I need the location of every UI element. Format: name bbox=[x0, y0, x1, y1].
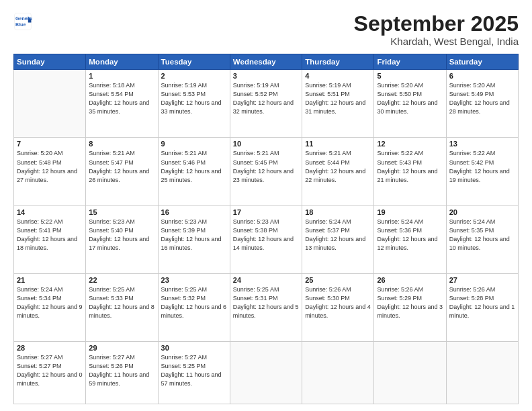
day-number: 8 bbox=[89, 140, 154, 148]
day-number: 10 bbox=[233, 140, 299, 148]
calendar-cell: 9Sunrise: 5:21 AM Sunset: 5:46 PM Daylig… bbox=[158, 138, 230, 205]
day-number: 9 bbox=[161, 140, 227, 148]
day-info: Sunrise: 5:26 AM Sunset: 5:29 PM Dayligh… bbox=[377, 285, 443, 320]
calendar-cell: 1Sunrise: 5:18 AM Sunset: 5:54 PM Daylig… bbox=[86, 70, 158, 138]
day-info: Sunrise: 5:25 AM Sunset: 5:31 PM Dayligh… bbox=[233, 285, 299, 320]
logo: General Blue bbox=[13, 12, 32, 31]
calendar-cell: 22Sunrise: 5:25 AM Sunset: 5:33 PM Dayli… bbox=[86, 274, 158, 342]
day-info: Sunrise: 5:24 AM Sunset: 5:36 PM Dayligh… bbox=[377, 218, 443, 253]
day-info: Sunrise: 5:19 AM Sunset: 5:52 PM Dayligh… bbox=[233, 81, 299, 116]
calendar-cell: 3Sunrise: 5:19 AM Sunset: 5:52 PM Daylig… bbox=[230, 70, 302, 138]
week-row-1: 1Sunrise: 5:18 AM Sunset: 5:54 PM Daylig… bbox=[14, 70, 519, 138]
header-thursday: Thursday bbox=[302, 54, 374, 70]
week-row-5: 28Sunrise: 5:27 AM Sunset: 5:27 PM Dayli… bbox=[14, 342, 519, 404]
svg-text:Blue: Blue bbox=[15, 22, 26, 27]
calendar-cell: 24Sunrise: 5:25 AM Sunset: 5:31 PM Dayli… bbox=[230, 274, 302, 342]
calendar-cell: 7Sunrise: 5:20 AM Sunset: 5:48 PM Daylig… bbox=[14, 138, 86, 205]
calendar-cell: 8Sunrise: 5:21 AM Sunset: 5:47 PM Daylig… bbox=[86, 138, 158, 205]
header-monday: Monday bbox=[86, 54, 158, 70]
day-info: Sunrise: 5:24 AM Sunset: 5:37 PM Dayligh… bbox=[305, 218, 371, 253]
calendar-cell: 25Sunrise: 5:26 AM Sunset: 5:30 PM Dayli… bbox=[302, 274, 374, 342]
header-tuesday: Tuesday bbox=[158, 54, 230, 70]
location: Khardah, West Bengal, India bbox=[354, 36, 519, 47]
calendar-cell: 19Sunrise: 5:24 AM Sunset: 5:36 PM Dayli… bbox=[374, 205, 446, 273]
day-number: 25 bbox=[305, 276, 371, 284]
day-info: Sunrise: 5:20 AM Sunset: 5:50 PM Dayligh… bbox=[377, 81, 443, 116]
day-number: 4 bbox=[305, 72, 371, 80]
day-info: Sunrise: 5:27 AM Sunset: 5:26 PM Dayligh… bbox=[89, 353, 154, 388]
calendar-cell: 15Sunrise: 5:23 AM Sunset: 5:40 PM Dayli… bbox=[86, 205, 158, 273]
day-number: 22 bbox=[89, 276, 154, 284]
calendar-cell: 18Sunrise: 5:24 AM Sunset: 5:37 PM Dayli… bbox=[302, 205, 374, 273]
day-number: 13 bbox=[449, 140, 515, 148]
day-number: 18 bbox=[305, 208, 371, 216]
calendar-cell bbox=[446, 342, 518, 404]
day-number: 12 bbox=[377, 140, 443, 148]
calendar-cell: 17Sunrise: 5:23 AM Sunset: 5:38 PM Dayli… bbox=[230, 205, 302, 273]
calendar-cell: 11Sunrise: 5:21 AM Sunset: 5:44 PM Dayli… bbox=[302, 138, 374, 205]
day-number: 23 bbox=[161, 276, 227, 284]
day-info: Sunrise: 5:21 AM Sunset: 5:44 PM Dayligh… bbox=[305, 149, 371, 184]
day-info: Sunrise: 5:23 AM Sunset: 5:40 PM Dayligh… bbox=[89, 218, 154, 253]
header-saturday: Saturday bbox=[446, 54, 518, 70]
day-number: 21 bbox=[17, 276, 83, 284]
calendar-cell: 27Sunrise: 5:26 AM Sunset: 5:28 PM Dayli… bbox=[446, 274, 518, 342]
day-number: 20 bbox=[449, 208, 515, 216]
day-number: 29 bbox=[89, 344, 154, 352]
day-info: Sunrise: 5:23 AM Sunset: 5:38 PM Dayligh… bbox=[233, 218, 299, 253]
day-number: 27 bbox=[449, 276, 515, 284]
calendar-cell: 2Sunrise: 5:19 AM Sunset: 5:53 PM Daylig… bbox=[158, 70, 230, 138]
month-title: September 2025 bbox=[354, 12, 519, 36]
day-info: Sunrise: 5:27 AM Sunset: 5:25 PM Dayligh… bbox=[161, 353, 227, 388]
calendar-cell: 28Sunrise: 5:27 AM Sunset: 5:27 PM Dayli… bbox=[14, 342, 86, 404]
day-number: 1 bbox=[89, 72, 154, 80]
calendar-cell: 16Sunrise: 5:23 AM Sunset: 5:39 PM Dayli… bbox=[158, 205, 230, 273]
day-info: Sunrise: 5:22 AM Sunset: 5:41 PM Dayligh… bbox=[17, 218, 83, 253]
day-number: 5 bbox=[377, 72, 443, 80]
day-number: 14 bbox=[17, 208, 83, 216]
calendar-cell: 5Sunrise: 5:20 AM Sunset: 5:50 PM Daylig… bbox=[374, 70, 446, 138]
header-wednesday: Wednesday bbox=[230, 54, 302, 70]
calendar-cell: 4Sunrise: 5:19 AM Sunset: 5:51 PM Daylig… bbox=[302, 70, 374, 138]
calendar-cell: 14Sunrise: 5:22 AM Sunset: 5:41 PM Dayli… bbox=[14, 205, 86, 273]
day-info: Sunrise: 5:26 AM Sunset: 5:30 PM Dayligh… bbox=[305, 285, 371, 320]
day-info: Sunrise: 5:21 AM Sunset: 5:47 PM Dayligh… bbox=[89, 149, 154, 184]
day-number: 26 bbox=[377, 276, 443, 284]
day-number: 19 bbox=[377, 208, 443, 216]
calendar-cell: 6Sunrise: 5:20 AM Sunset: 5:49 PM Daylig… bbox=[446, 70, 518, 138]
day-info: Sunrise: 5:25 AM Sunset: 5:33 PM Dayligh… bbox=[89, 285, 154, 320]
day-number: 24 bbox=[233, 276, 299, 284]
day-number: 15 bbox=[89, 208, 154, 216]
week-row-3: 14Sunrise: 5:22 AM Sunset: 5:41 PM Dayli… bbox=[14, 205, 519, 273]
calendar-cell: 21Sunrise: 5:24 AM Sunset: 5:34 PM Dayli… bbox=[14, 274, 86, 342]
day-number: 6 bbox=[449, 72, 515, 80]
calendar-cell bbox=[230, 342, 302, 404]
calendar-cell bbox=[374, 342, 446, 404]
calendar-cell: 10Sunrise: 5:21 AM Sunset: 5:45 PM Dayli… bbox=[230, 138, 302, 205]
title-block: September 2025 Khardah, West Bengal, Ind… bbox=[354, 12, 519, 47]
day-info: Sunrise: 5:20 AM Sunset: 5:48 PM Dayligh… bbox=[17, 149, 83, 184]
day-number: 2 bbox=[161, 72, 227, 80]
day-info: Sunrise: 5:23 AM Sunset: 5:39 PM Dayligh… bbox=[161, 218, 227, 253]
day-number: 7 bbox=[17, 140, 83, 148]
day-number: 16 bbox=[161, 208, 227, 216]
calendar-cell bbox=[14, 70, 86, 138]
calendar: Sunday Monday Tuesday Wednesday Thursday… bbox=[13, 54, 519, 404]
calendar-cell: 30Sunrise: 5:27 AM Sunset: 5:25 PM Dayli… bbox=[158, 342, 230, 404]
page: General Blue September 2025 Khardah, Wes… bbox=[0, 0, 532, 411]
day-info: Sunrise: 5:22 AM Sunset: 5:42 PM Dayligh… bbox=[449, 149, 515, 184]
header-sunday: Sunday bbox=[14, 54, 86, 70]
day-number: 3 bbox=[233, 72, 299, 80]
day-number: 28 bbox=[17, 344, 83, 352]
day-number: 17 bbox=[233, 208, 299, 216]
header: General Blue September 2025 Khardah, Wes… bbox=[13, 12, 519, 47]
day-info: Sunrise: 5:22 AM Sunset: 5:43 PM Dayligh… bbox=[377, 149, 443, 184]
logo-icon: General Blue bbox=[13, 12, 32, 31]
day-info: Sunrise: 5:21 AM Sunset: 5:45 PM Dayligh… bbox=[233, 149, 299, 184]
header-friday: Friday bbox=[374, 54, 446, 70]
calendar-cell: 12Sunrise: 5:22 AM Sunset: 5:43 PM Dayli… bbox=[374, 138, 446, 205]
day-info: Sunrise: 5:26 AM Sunset: 5:28 PM Dayligh… bbox=[449, 285, 515, 320]
day-info: Sunrise: 5:18 AM Sunset: 5:54 PM Dayligh… bbox=[89, 81, 154, 116]
day-info: Sunrise: 5:27 AM Sunset: 5:27 PM Dayligh… bbox=[17, 353, 83, 388]
day-info: Sunrise: 5:19 AM Sunset: 5:51 PM Dayligh… bbox=[305, 81, 371, 116]
